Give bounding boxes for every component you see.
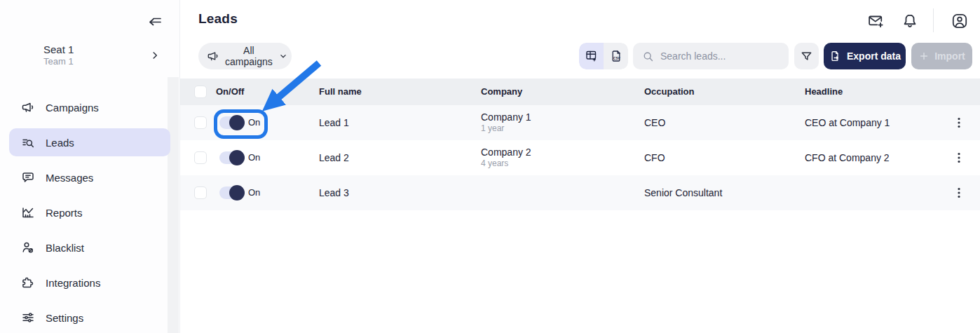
puzzle-icon [21,276,35,290]
toggle-knob [229,150,245,165]
company-name: Company 1 [481,111,531,123]
sliders-icon [21,311,35,325]
chevron-right-icon [149,49,161,62]
import-label: Import [934,50,965,62]
chart-icon [21,205,35,219]
sidebar-item-leads[interactable]: Leads [9,128,170,156]
leads-table: On/Off Full name Company Occupation Head… [180,79,980,210]
occupation-cell: CFO [644,140,665,175]
row-menu-button[interactable] [951,150,967,165]
row-checkbox[interactable] [194,186,207,199]
lead-onoff-toggle[interactable] [219,186,243,199]
blocked-user-icon [21,240,35,254]
kebab-icon [951,185,967,201]
row-checkbox[interactable] [194,116,207,129]
search-container [633,43,789,69]
toggle-knob [229,185,245,201]
search-input[interactable] [660,50,780,62]
seat-title: Seat 1 [43,43,74,55]
topbar-divider [933,8,934,32]
sidebar-item-blacklist[interactable]: Blacklist [9,233,170,261]
lead-name: Lead 2 [319,140,349,175]
export-data-button[interactable]: Export data [824,43,906,69]
sidebar-item-messages[interactable]: Messages [9,163,170,191]
app-root: Seat 1 Team 1 Campaigns [0,0,980,333]
csv-file-icon: CSV [609,49,623,63]
toggle-knob [229,115,245,130]
view-toggle-group: CSV [579,43,628,69]
sidebar-item-reports[interactable]: Reports [9,198,170,226]
toggle-state-label: On [248,175,260,210]
column-header-onoff: On/Off [216,79,244,105]
lead-onoff-toggle[interactable] [219,116,243,129]
toggle-state-label: On [248,105,260,140]
occupation-cell: CEO [644,105,665,140]
headline-cell: CEO at Company 1 [805,105,890,140]
bell-icon [901,12,919,30]
account-button[interactable] [951,12,969,30]
company-tenure: 4 years [481,158,531,169]
headline-cell: CFO at Company 2 [805,140,890,175]
occupation-cell: Senior Consultant [644,175,722,210]
seat-subtitle: Team 1 [43,56,74,67]
company-name: Company 2 [481,147,531,158]
select-all-checkbox[interactable] [194,86,207,98]
leads-search-icon [21,135,35,149]
campaign-filter-label: All campaigns [225,45,273,67]
company-tenure: 1 year [481,123,531,134]
sidebar-item-label: Campaigns [46,102,99,114]
table-row: On Lead 1 Company 1 1 year CEO CEO at Co… [180,105,980,140]
table-row: On Lead 3 Senior Consultant [180,175,980,210]
plus-icon [918,50,930,62]
csv-view-button[interactable]: CSV [604,43,628,69]
lead-name: Lead 1 [319,105,349,140]
company-cell: Company 2 4 years [481,140,531,175]
sidebar-item-label: Leads [46,137,74,149]
company-cell: Company 1 1 year [481,105,531,140]
sidebar-item-label: Reports [46,207,83,219]
row-menu-button[interactable] [951,115,967,130]
collapse-sidebar-button[interactable] [146,12,164,30]
funnel-icon [800,50,813,63]
row-checkbox[interactable] [194,151,207,164]
page-title: Leads [198,11,238,27]
import-button[interactable]: Import [911,43,972,69]
sidebar-item-integrations[interactable]: Integrations [9,269,170,297]
chevron-down-icon [278,51,288,61]
filter-button[interactable] [794,43,819,69]
collapse-sidebar-icon [146,12,164,30]
svg-text:CSV: CSV [613,57,620,60]
column-header-occupation: Occupation [644,79,695,105]
sidebar: Seat 1 Team 1 Campaigns [0,0,180,333]
sidebar-item-settings[interactable]: Settings [9,304,170,332]
new-message-button[interactable] [866,12,885,30]
megaphone-icon [207,50,219,62]
megaphone-icon [21,100,35,114]
avatar-icon [951,12,969,30]
campaign-filter-dropdown[interactable]: All campaigns [198,43,292,69]
notifications-button[interactable] [901,12,919,30]
sidebar-item-label: Integrations [46,277,100,289]
toggle-state-label: On [248,140,260,175]
sidebar-item-label: Messages [46,172,93,184]
lead-onoff-toggle[interactable] [219,151,243,164]
chat-bubble-icon [21,170,35,184]
sidebar-item-campaigns[interactable]: Campaigns [9,93,170,121]
column-header-company: Company [481,79,522,105]
table-view-button[interactable] [579,43,604,69]
row-menu-button[interactable] [951,185,967,201]
table-row: On Lead 2 Company 2 4 years CFO CFO at C… [180,140,980,175]
file-export-icon [829,50,841,62]
kebab-icon [951,115,967,130]
table-header-row: On/Off Full name Company Occupation Head… [180,79,980,105]
search-icon [642,50,654,62]
column-header-fullname: Full name [319,79,362,105]
kebab-icon [951,150,967,165]
column-header-headline: Headline [805,79,843,105]
seat-selector[interactable]: Seat 1 Team 1 [0,42,179,70]
sidebar-item-label: Blacklist [46,242,84,254]
sidebar-item-label: Settings [46,312,83,324]
mail-plus-icon [866,12,885,30]
sidebar-nav: Campaigns Leads Messages [0,90,179,333]
lead-name: Lead 3 [319,175,349,210]
